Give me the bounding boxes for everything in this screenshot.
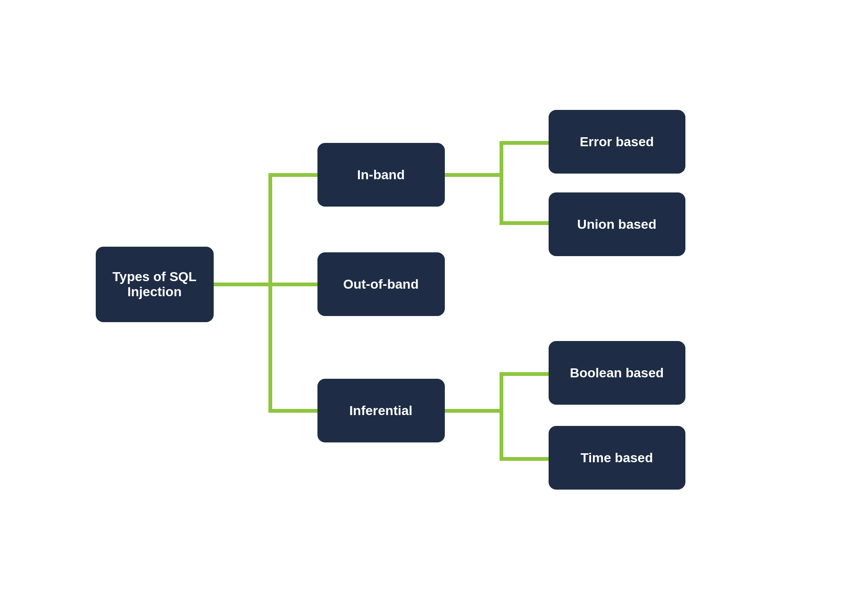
boolean-based-node: Boolean based <box>549 341 685 405</box>
inband-node: In-band <box>317 143 445 207</box>
root-node: Types of SQL Injection <box>96 247 214 322</box>
error-based-node: Error based <box>549 110 685 174</box>
inferential-node: Inferential <box>317 379 445 442</box>
time-based-node: Time based <box>549 426 685 490</box>
union-based-node: Union based <box>549 192 685 256</box>
sql-injection-diagram: Types of SQL Injection In-band Out-of-ba… <box>67 49 775 567</box>
outofband-node: Out-of-band <box>317 252 445 316</box>
